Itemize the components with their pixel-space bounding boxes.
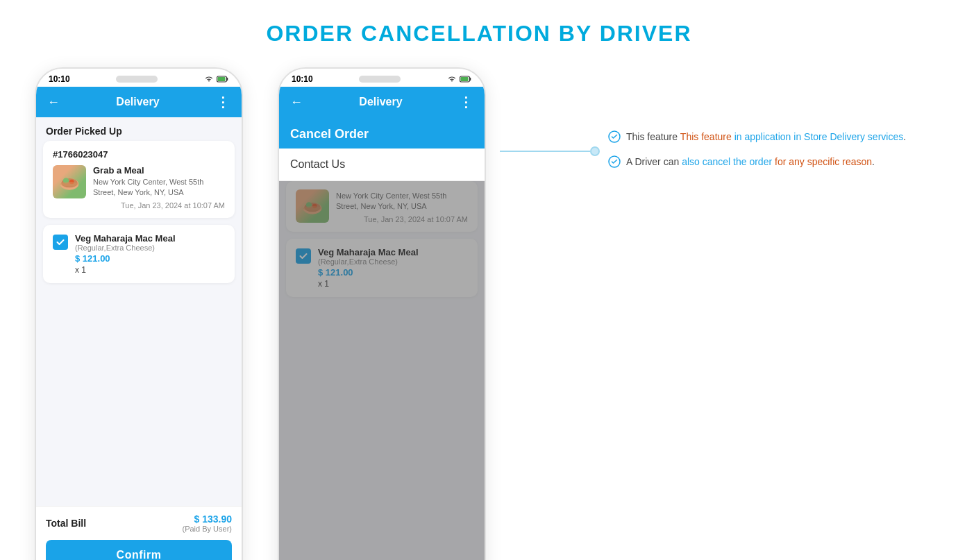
check-circle-icon-2: [608, 155, 621, 173]
info-bullet-2: A Driver can also cancel the order for a…: [608, 155, 906, 173]
phone2-status-bar: 10:10: [279, 69, 485, 87]
phone1-content: Order Picked Up #1766023047: [36, 117, 242, 506]
phone1-section-label: Order Picked Up: [36, 117, 242, 141]
phone1-order-card: #1766023047 Grab a Meal: [43, 141, 235, 218]
info-section: This feature This feature in application…: [500, 130, 906, 173]
check-circle-svg-2: [608, 155, 621, 168]
info-bullet-1-text: This feature This feature in application…: [626, 130, 906, 144]
info-bullets: This feature This feature in application…: [608, 130, 906, 173]
phone1-confirm-button[interactable]: Confirm: [46, 540, 232, 560]
check-circle-icon-1: [608, 130, 621, 148]
contact-us-option[interactable]: Contact Us: [279, 149, 485, 181]
checkmark-icon: [56, 237, 65, 247]
wifi-icon-2: [447, 76, 457, 83]
phone2-item-card: Veg Maharaja Mac Meal (Regular,Extra Che…: [286, 239, 478, 297]
phone1-back-button[interactable]: ←: [47, 95, 60, 110]
phone2-item-price: $ 121.00: [318, 267, 419, 278]
phone2-dimmed-area: New York City Center, West 55th Street, …: [279, 181, 485, 560]
phone1-status-bar: 10:10: [36, 69, 242, 87]
phone1-time: 10:10: [49, 74, 70, 84]
phone1-item-variant: (Regular,Extra Cheese): [75, 244, 176, 252]
phone2-restaurant-image: [296, 189, 329, 223]
info-bullet-2-text: A Driver can also cancel the order for a…: [626, 155, 875, 169]
phone2-back-button[interactable]: ←: [290, 95, 303, 110]
phone2-order-datetime: Tue, Jan 23, 2024 at 10:07 AM: [336, 215, 468, 223]
svg-rect-1: [217, 77, 225, 81]
phone2-cancel-panel: Cancel Order Contact Us: [279, 117, 485, 181]
phone1-restaurant-image: [53, 165, 86, 198]
phone2-header: ← Delivery ⋮: [279, 87, 485, 117]
check-circle-svg-1: [608, 130, 621, 143]
wifi-icon: [204, 76, 214, 83]
food-icon: [56, 168, 83, 196]
svg-point-6: [60, 182, 79, 187]
line-connector: [500, 151, 590, 152]
cancel-order-title: Cancel Order: [290, 127, 473, 149]
phone1-menu-button[interactable]: ⋮: [216, 94, 230, 110]
phone1-footer: Total Bill $ 133.90 (Paid By User) Confi…: [36, 506, 242, 560]
svg-point-13: [303, 206, 322, 211]
battery-icon: [217, 76, 229, 83]
phone1-order-datetime: Tue, Jan 23, 2024 at 10:07 AM: [93, 201, 225, 210]
phone2-header-title: Delivery: [359, 96, 402, 108]
phone1-order-id: #1766023047: [53, 149, 225, 160]
phone2-time: 10:10: [292, 74, 313, 84]
battery-icon-2: [460, 76, 472, 83]
phone2-spacer: [279, 304, 485, 443]
svg-rect-8: [460, 77, 468, 81]
phone2-menu-button[interactable]: ⋮: [459, 94, 473, 110]
phone1-mockup: 10:10 ← Delivery ⋮: [35, 67, 243, 560]
phone2-content: New York City Center, West 55th Street, …: [279, 181, 485, 560]
phone1-restaurant-name: Grab a Meal: [93, 165, 225, 176]
phone1-icons: [204, 76, 229, 83]
phone1-restaurant-address: New York City Center, West 55th Street, …: [93, 177, 225, 198]
phone1-item-qty: x 1: [75, 265, 176, 275]
phone1-item-checkbox[interactable]: [53, 235, 68, 250]
phone1-header-title: Delivery: [116, 96, 159, 108]
dot-connector: [590, 146, 600, 156]
phone2-restaurant-address: New York City Center, West 55th Street, …: [336, 191, 468, 212]
phone1-item-card: Veg Maharaja Mac Meal (Regular,Extra Che…: [43, 225, 235, 283]
info-bullet-1: This feature This feature in application…: [608, 130, 906, 148]
phone2-item-qty: x 1: [318, 279, 419, 289]
phone1-header: ← Delivery ⋮: [36, 87, 242, 117]
phone2-order-card: New York City Center, West 55th Street, …: [286, 181, 478, 232]
page-title: ORDER CANCELLATION BY DRIVER: [266, 21, 691, 46]
phone1-item-price: $ 121.00: [75, 253, 176, 264]
phone1-total-amount: $ 133.90: [182, 514, 232, 525]
food-icon-2: [299, 192, 326, 220]
phone2-item-name: Veg Maharaja Mac Meal: [318, 247, 419, 257]
phone2-icons: [447, 76, 472, 83]
phone1-paid-by: (Paid By User): [182, 525, 232, 533]
checkmark-icon-2: [299, 251, 308, 261]
phone1-item-name: Veg Maharaja Mac Meal: [75, 233, 176, 244]
phone1-total-label: Total Bill: [46, 518, 86, 529]
phone2-item-checkbox: [296, 248, 311, 264]
phone2-item-variant: (Regular,Extra Cheese): [318, 257, 419, 266]
phone2-mockup: 10:10 ← Delivery ⋮: [278, 67, 486, 560]
